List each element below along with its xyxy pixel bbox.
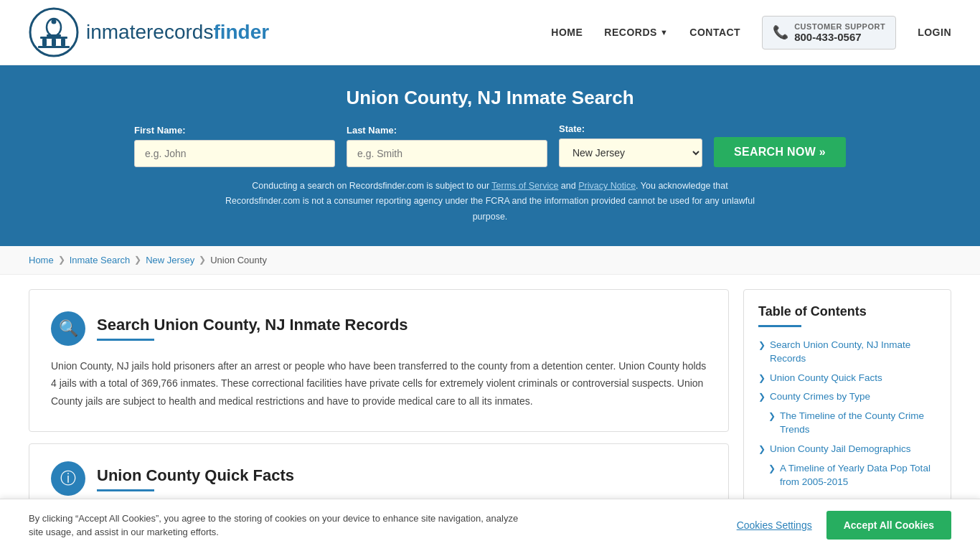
quick-facts-icon-circle: ⓘ <box>51 461 85 496</box>
chevron-icon-6: ❯ <box>768 463 776 474</box>
nav-contact[interactable]: CONTACT <box>689 27 740 38</box>
state-select[interactable]: New Jersey <box>559 138 702 167</box>
toc-item-5: ❯ Union County Jail Demographics <box>758 443 936 456</box>
toc-link-6[interactable]: A Timeline of Yearly Data Pop Total from… <box>780 462 936 489</box>
toc-link-1[interactable]: Search Union County, NJ Inmate Records <box>770 339 936 366</box>
support-number: 800-433-0567 <box>794 31 885 43</box>
last-name-label: Last Name: <box>347 125 397 136</box>
search-button[interactable]: SEARCH NOW » <box>714 137 846 167</box>
customer-support-button[interactable]: 📞 CUSTOMER SUPPORT 800-433-0567 <box>762 16 896 50</box>
cookie-actions: Cookies Settings Accept All Cookies <box>737 511 951 528</box>
logo-text: inmaterecordsfinder <box>86 21 269 44</box>
svg-rect-8 <box>38 46 70 48</box>
card-body: Union County, NJ jails hold prisoners af… <box>51 357 707 410</box>
sidebar: Table of Contents ❯ Search Union County,… <box>743 289 951 514</box>
first-name-field-group: First Name: <box>134 125 335 167</box>
svg-rect-7 <box>61 39 65 46</box>
toc-link-4[interactable]: The Timeline of the County Crime Trends <box>780 410 936 437</box>
state-field-group: State: New Jersey <box>559 123 702 167</box>
svg-point-0 <box>30 9 77 56</box>
inmate-records-card: 🔍 Search Union County, NJ Inmate Records… <box>29 289 729 433</box>
cookie-text: By clicking “Accept All Cookies”, you ag… <box>29 512 531 529</box>
last-name-input[interactable] <box>347 140 547 167</box>
toc-card: Table of Contents ❯ Search Union County,… <box>743 289 951 504</box>
content-area: 🔍 Search Union County, NJ Inmate Records… <box>29 289 743 514</box>
search-icon-circle: 🔍 <box>51 311 85 346</box>
nav-home[interactable]: HOME <box>551 27 583 38</box>
headphone-icon: 📞 <box>773 24 788 40</box>
chevron-down-icon: ▼ <box>660 28 668 37</box>
site-header: inmaterecordsfinder HOME RECORDS ▼ CONTA… <box>0 0 980 65</box>
first-name-label: First Name: <box>134 125 186 136</box>
search-form: First Name: Last Name: State: New Jersey… <box>29 123 951 167</box>
toc-link-2[interactable]: Union County Quick Facts <box>770 372 882 385</box>
breadcrumb: Home ❯ Inmate Search ❯ New Jersey ❯ Unio… <box>0 246 980 275</box>
info-icon: ⓘ <box>60 468 76 489</box>
card-title-underline <box>97 339 154 341</box>
breadcrumb-home[interactable]: Home <box>29 255 54 265</box>
state-label: State: <box>559 123 585 134</box>
chevron-icon-2: ❯ <box>758 373 765 383</box>
toc-item-4: ❯ The Timeline of the County Crime Trend… <box>768 410 936 437</box>
chevron-icon-4: ❯ <box>768 411 776 421</box>
breadcrumb-separator-2: ❯ <box>134 255 141 265</box>
breadcrumb-state[interactable]: New Jersey <box>146 255 194 265</box>
login-button[interactable]: LOGIN <box>918 27 951 38</box>
main-content: 🔍 Search Union County, NJ Inmate Records… <box>0 275 980 529</box>
toc-item-6: ❯ A Timeline of Yearly Data Pop Total fr… <box>768 462 936 489</box>
chevron-icon-5: ❯ <box>758 444 765 454</box>
toc-item-3: ❯ County Crimes by Type <box>758 390 936 404</box>
quick-facts-header: ⓘ Union County Quick Facts <box>51 461 707 496</box>
hero-title: Union County, NJ Inmate Search <box>29 87 951 109</box>
support-label: CUSTOMER SUPPORT <box>794 22 885 31</box>
breadcrumb-inmate-search[interactable]: Inmate Search <box>70 255 131 265</box>
toc-item-2: ❯ Union County Quick Facts <box>758 372 936 385</box>
nav-records[interactable]: RECORDS ▼ <box>604 27 668 38</box>
first-name-input[interactable] <box>134 140 335 167</box>
card-title: Search Union County, NJ Inmate Records <box>97 316 408 334</box>
toc-item-1: ❯ Search Union County, NJ Inmate Records <box>758 339 936 366</box>
svg-rect-4 <box>40 37 67 39</box>
quick-facts-underline <box>97 489 154 491</box>
logo-icon <box>29 7 79 57</box>
last-name-field-group: Last Name: <box>347 125 547 167</box>
chevron-icon-1: ❯ <box>758 340 765 350</box>
logo[interactable]: inmaterecordsfinder <box>29 7 269 57</box>
toc-underline <box>758 325 801 327</box>
toc-link-3[interactable]: County Crimes by Type <box>770 390 870 404</box>
breadcrumb-separator-1: ❯ <box>58 255 65 265</box>
terms-of-service-link[interactable]: Terms of Service <box>491 181 558 191</box>
svg-rect-3 <box>47 34 61 37</box>
toc-list: ❯ Search Union County, NJ Inmate Records… <box>758 339 936 489</box>
breadcrumb-current: Union County <box>210 255 267 265</box>
breadcrumb-separator-3: ❯ <box>199 255 206 265</box>
card-header: 🔍 Search Union County, NJ Inmate Records <box>51 311 707 346</box>
accept-cookies-button[interactable]: Accept All Cookies <box>826 511 951 528</box>
toc-title: Table of Contents <box>758 304 936 319</box>
privacy-notice-link[interactable]: Privacy Notice <box>578 181 636 191</box>
cookies-settings-button[interactable]: Cookies Settings <box>737 519 812 528</box>
quick-facts-title: Union County Quick Facts <box>97 466 294 485</box>
svg-rect-5 <box>42 39 47 46</box>
chevron-icon-3: ❯ <box>758 392 765 402</box>
main-nav: HOME RECORDS ▼ CONTACT 📞 CUSTOMER SUPPOR… <box>551 16 951 50</box>
hero-section: Union County, NJ Inmate Search First Nam… <box>0 65 980 246</box>
hero-disclaimer: Conducting a search on Recordsfinder.com… <box>221 179 759 225</box>
toc-link-5[interactable]: Union County Jail Demographics <box>770 443 911 456</box>
svg-point-2 <box>52 19 57 24</box>
cookie-banner: By clicking “Accept All Cookies”, you ag… <box>0 499 980 528</box>
search-icon: 🔍 <box>59 319 78 338</box>
svg-rect-6 <box>52 39 56 46</box>
